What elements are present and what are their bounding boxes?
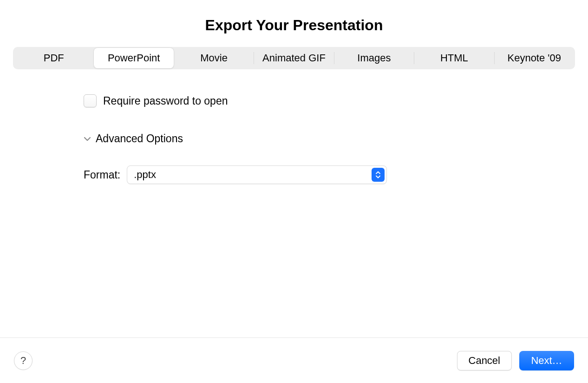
tab-label: Animated GIF xyxy=(262,52,326,64)
export-format-tabs: PDF PowerPoint Movie Animated GIF Images… xyxy=(13,47,575,69)
advanced-options-toggle[interactable]: Advanced Options xyxy=(84,132,504,145)
format-label: Format: xyxy=(84,169,120,181)
popup-stepper-icon xyxy=(372,168,385,182)
export-options-panel: Require password to open Advanced Option… xyxy=(0,69,588,337)
tab-label: Images xyxy=(357,52,391,64)
require-password-label: Require password to open xyxy=(103,95,228,107)
format-row: Format: .pptx xyxy=(84,165,504,184)
tab-label: HTML xyxy=(440,52,468,64)
footer-buttons: Cancel Next… xyxy=(457,351,574,370)
tab-label: Keynote '09 xyxy=(507,52,561,64)
require-password-checkbox[interactable] xyxy=(84,94,97,107)
dialog-title: Export Your Presentation xyxy=(0,0,588,47)
tab-animated-gif[interactable]: Animated GIF xyxy=(254,48,333,68)
tab-keynote09[interactable]: Keynote '09 xyxy=(495,48,574,68)
advanced-options-label: Advanced Options xyxy=(96,132,183,145)
dialog-footer: ? Cancel Next… xyxy=(0,337,588,383)
format-select[interactable]: .pptx xyxy=(127,165,387,184)
chevron-down-icon xyxy=(84,135,91,143)
cancel-label: Cancel xyxy=(469,355,500,367)
next-label: Next… xyxy=(531,355,562,367)
tab-images[interactable]: Images xyxy=(334,48,414,68)
next-button[interactable]: Next… xyxy=(519,351,574,370)
tab-movie[interactable]: Movie xyxy=(174,48,254,68)
help-button[interactable]: ? xyxy=(14,351,33,370)
help-icon: ? xyxy=(20,355,26,367)
tab-pdf[interactable]: PDF xyxy=(14,48,93,68)
export-dialog: Export Your Presentation PDF PowerPoint … xyxy=(0,0,588,383)
require-password-row: Require password to open xyxy=(84,94,504,107)
tab-html[interactable]: HTML xyxy=(414,48,494,68)
tab-label: PowerPoint xyxy=(108,52,160,64)
tab-powerpoint[interactable]: PowerPoint xyxy=(94,48,173,68)
format-value: .pptx xyxy=(134,169,156,181)
tab-label: PDF xyxy=(44,52,64,64)
tab-label: Movie xyxy=(200,52,228,64)
cancel-button[interactable]: Cancel xyxy=(457,351,512,370)
